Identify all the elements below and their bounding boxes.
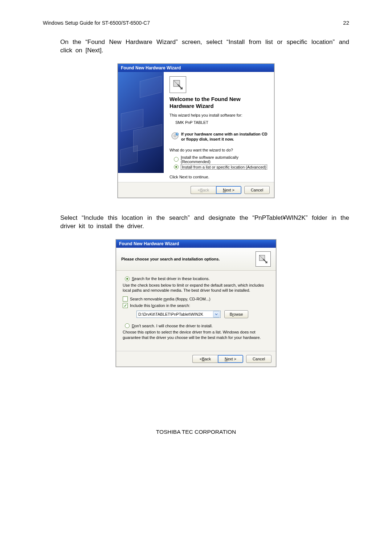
radio-dont-search[interactable]: Don't search. I will choose the driver t… (125, 323, 269, 328)
checkbox-media-label: Search removable media (floppy, CD-ROM..… (130, 297, 211, 301)
subheader-text: Please choose your search and installati… (121, 257, 220, 261)
path-value: D:\DrvKit\TABLET\PnPTablet\WIN2K (138, 312, 203, 316)
wizard-question: What do you want the wizard to do? (170, 148, 268, 152)
helps-text: This wizard helps you install software f… (170, 113, 268, 117)
instruction-1: On the “Found New Hardware Wizard” scree… (60, 38, 349, 55)
wizard-subheader: Please choose your search and installati… (116, 248, 276, 271)
search-desc: Use the check boxes below to limit or ex… (123, 283, 269, 293)
checkbox-media[interactable]: Search removable media (floppy, CD-ROM..… (123, 296, 269, 302)
cd-hint: If your hardware came with an installati… (171, 132, 268, 142)
wizard-side-graphic (118, 72, 164, 173)
svg-point-3 (174, 135, 176, 137)
chevron-down-icon[interactable] (213, 311, 220, 318)
radio-search[interactable]: Search for the best driver in these loca… (125, 276, 269, 281)
window-titlebar-2: Found New Hardware Wizard (116, 240, 276, 248)
instruction-2: Select “Include this location in the sea… (60, 214, 349, 231)
radio-icon (174, 157, 179, 162)
page-number: 22 (343, 20, 349, 26)
radio-icon-checked (174, 165, 179, 169)
page-header: Windows Setup Guide for ST-6500/ST-6500-… (43, 20, 349, 26)
radio-icon (125, 323, 130, 328)
welcome-line2: Hardware Wizard (170, 103, 214, 109)
radio-dont-label: Don't search. I will choose the driver t… (132, 324, 213, 328)
path-row: D:\DrvKit\TABLET\PnPTablet\WIN2K Browse (136, 310, 269, 318)
radio-icon-checked (125, 276, 130, 281)
cd-line1: If your hardware came with an installati… (181, 132, 268, 136)
back-button[interactable]: < Back (192, 355, 218, 363)
checkbox-include[interactable]: Include this location in the search: (123, 303, 269, 308)
radio-auto[interactable]: IInstall the software automatically (Rec… (174, 155, 268, 164)
cd-line2: or floppy disk, insert it now. (181, 137, 234, 141)
header-title: Windows Setup Guide for ST-6500/ST-6500-… (43, 20, 150, 26)
back-button: < Back (191, 186, 216, 194)
screenshot-1: Found New Hardware Wizard (43, 64, 349, 198)
dont-desc: Choose this option to select the device … (123, 329, 269, 340)
click-next-text: Click Next to continue. (170, 175, 268, 179)
device-name: SMK PnP TABLET (175, 120, 268, 125)
wizard-window-1: Found New Hardware Wizard (118, 64, 274, 198)
page-footer: TOSHIBA TEC CORPORATION (43, 429, 349, 435)
cancel-button[interactable]: Cancel (246, 355, 271, 363)
path-combobox[interactable]: D:\DrvKit\TABLET\PnPTablet\WIN2K (136, 311, 221, 318)
hardware-icon-small (256, 251, 271, 267)
checkbox-icon (123, 296, 128, 302)
radio-list[interactable]: Install from a list or specific location… (174, 165, 268, 170)
button-row: < Back Next > Cancel (118, 182, 274, 198)
cd-icon (171, 132, 179, 141)
cancel-button[interactable]: Cancel (244, 186, 270, 194)
radio-list-label: Install from a list or specific location… (181, 165, 267, 170)
radio-search-label: Search for the best driver in these loca… (132, 276, 210, 281)
checkbox-include-label: Include this location in the search: (130, 303, 190, 308)
radio-auto-label: IInstall the software automatically (Rec… (181, 155, 268, 164)
welcome-line1: Welcome to the Found New (170, 96, 241, 102)
next-button[interactable]: Next > (216, 186, 241, 194)
wizard-welcome-heading: Welcome to the Found New Hardware Wizard (170, 96, 268, 110)
window-titlebar: Found New Hardware Wizard (118, 64, 274, 72)
screenshot-2: Found New Hardware Wizard Please choose … (43, 239, 349, 367)
wizard-window-2: Found New Hardware Wizard Please choose … (116, 239, 276, 367)
button-row-2: < Back Next > Cancel (116, 351, 276, 367)
next-button[interactable]: Next > (218, 355, 243, 363)
page-content: Windows Setup Guide for ST-6500/ST-6500-… (0, 0, 392, 435)
browse-button[interactable]: Browse (224, 310, 248, 318)
checkbox-icon-checked (123, 303, 128, 308)
hardware-icon (170, 76, 186, 93)
